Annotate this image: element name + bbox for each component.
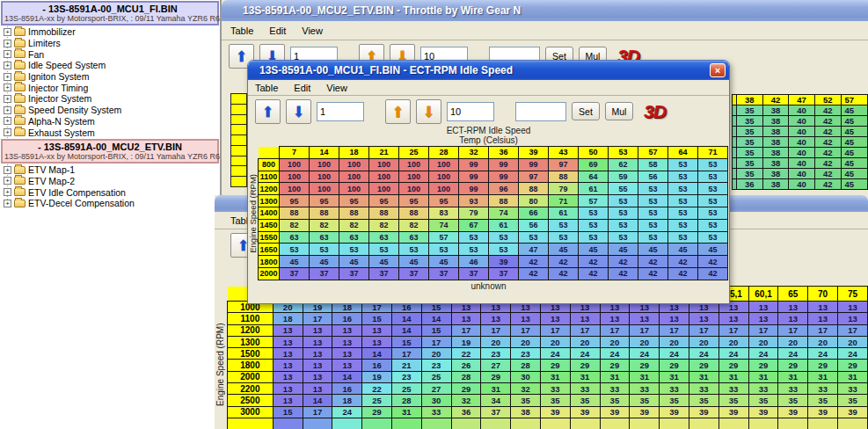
table-cell[interactable]: 13 <box>748 313 778 324</box>
table-cell[interactable]: 35 <box>540 395 570 406</box>
table-cell[interactable]: 39 <box>808 406 838 418</box>
tree-item-idle-speed-system[interactable]: +Idle Speed System <box>0 60 220 71</box>
table-cell[interactable]: 45 <box>841 179 867 190</box>
table-cell[interactable]: 42 <box>814 169 841 179</box>
table-cell[interactable]: 13 <box>778 302 808 313</box>
table-cell[interactable]: 13 <box>481 313 511 324</box>
table-cell[interactable]: 39 <box>660 406 689 418</box>
table-cell[interactable]: 17 <box>303 406 332 418</box>
col-header[interactable]: 7 <box>280 147 310 159</box>
table-cell[interactable]: 53 <box>519 231 549 244</box>
table-cell[interactable]: 37 <box>310 267 339 280</box>
table-cell[interactable]: 39 <box>778 406 808 418</box>
table-cell[interactable]: 40 <box>789 179 815 190</box>
row-header[interactable]: 1450 <box>259 219 280 231</box>
table-cell[interactable]: 31 <box>481 383 511 395</box>
table-cell[interactable]: 32 <box>451 395 481 406</box>
col-header[interactable]: 38 <box>737 95 763 105</box>
table-cell[interactable]: 38 <box>762 158 789 169</box>
table-cell[interactable]: 53 <box>549 231 579 244</box>
tree-item-exhaust-system[interactable]: +Exhaust System <box>0 127 220 138</box>
table-cell[interactable]: 88 <box>369 207 399 219</box>
table-cell[interactable]: 13 <box>273 395 303 406</box>
table-cell[interactable]: 100 <box>339 183 369 195</box>
col-header[interactable]: 18 <box>339 147 369 159</box>
menu-item-edit[interactable]: Edit <box>294 83 310 93</box>
col-header[interactable]: 64 <box>668 147 698 159</box>
table-cell[interactable]: 38 <box>762 127 789 137</box>
table-cell[interactable]: 35 <box>737 137 763 148</box>
table-cell[interactable]: 17 <box>808 324 838 336</box>
table-cell[interactable]: 37 <box>369 267 399 280</box>
table-cell[interactable]: 58 <box>638 158 668 171</box>
col-header[interactable]: 43 <box>549 147 579 159</box>
table-cell[interactable]: 45 <box>638 244 668 256</box>
table-cell[interactable]: 14 <box>362 348 392 360</box>
table-cell[interactable]: 13 <box>718 313 748 324</box>
table-cell[interactable]: 42 <box>668 256 698 268</box>
row-header[interactable]: 1800 <box>259 256 280 268</box>
table-cell[interactable]: 24 <box>630 348 660 360</box>
table-cell[interactable]: 100 <box>280 171 310 183</box>
expand-icon[interactable]: + <box>4 177 11 185</box>
table-cell[interactable]: 100 <box>280 158 310 171</box>
table-cell[interactable]: 42 <box>814 137 841 148</box>
table-cell[interactable]: 79 <box>459 207 489 219</box>
table-cell[interactable]: 13 <box>303 383 332 395</box>
table-cell[interactable]: 13 <box>273 324 303 336</box>
table-cell[interactable]: 100 <box>429 171 459 183</box>
table-cell[interactable]: 33 <box>570 383 600 395</box>
table-cell[interactable]: 37 <box>481 406 511 418</box>
table-cell[interactable]: 100 <box>399 183 429 195</box>
table-cell[interactable]: 42 <box>519 256 549 268</box>
table-cell[interactable]: 33 <box>600 383 630 395</box>
table-cell[interactable]: 31 <box>748 371 778 382</box>
table-cell[interactable]: 15 <box>421 324 451 336</box>
table-cell[interactable]: 13 <box>570 313 600 324</box>
table-cell[interactable]: 59 <box>609 171 638 183</box>
table-cell[interactable]: 45 <box>668 244 698 256</box>
table-cell[interactable]: 15 <box>391 336 421 347</box>
table-cell[interactable]: 100 <box>369 171 399 183</box>
table-cell[interactable]: 42 <box>549 267 579 280</box>
table-cell[interactable]: 29 <box>570 360 600 371</box>
table-cell[interactable]: 31 <box>718 371 748 382</box>
table-cell[interactable]: 29 <box>689 360 718 371</box>
table-cell[interactable]: 24 <box>540 348 570 360</box>
menu-item-table[interactable]: Table <box>230 25 253 36</box>
table-cell[interactable]: 13 <box>273 348 303 360</box>
table-cell[interactable]: 35 <box>737 105 763 116</box>
table-cell[interactable]: 82 <box>369 219 399 231</box>
table-cell[interactable]: 15 <box>362 313 392 324</box>
table-cell[interactable]: 45 <box>841 127 867 137</box>
menu-item-view[interactable]: View <box>326 83 347 93</box>
table-cell[interactable]: 23 <box>511 348 541 360</box>
table-cell[interactable]: 45 <box>841 148 867 158</box>
table-cell[interactable]: 40 <box>789 148 815 158</box>
table-cell[interactable]: 42 <box>698 267 728 280</box>
expand-icon[interactable]: + <box>4 84 11 91</box>
table-cell[interactable]: 33 <box>778 383 808 395</box>
col-header[interactable]: 71 <box>698 147 728 159</box>
table-cell[interactable]: 13 <box>332 348 362 360</box>
table-cell[interactable]: 61 <box>489 219 519 231</box>
table-cell[interactable]: 38 <box>762 137 789 148</box>
table-cell[interactable]: 100 <box>399 158 429 171</box>
table-cell[interactable]: 36 <box>737 179 763 190</box>
coarse-increment-button[interactable]: ⬆ <box>385 99 411 124</box>
table-cell[interactable]: 99 <box>489 171 519 183</box>
table-cell[interactable]: 39 <box>630 406 660 418</box>
table-cell[interactable]: 100 <box>310 183 339 195</box>
table-cell[interactable]: 29 <box>718 360 748 371</box>
row-header[interactable]: 1300 <box>228 336 274 347</box>
table-cell[interactable]: 39 <box>540 406 570 418</box>
col-header[interactable]: 57 <box>638 147 668 159</box>
table-cell[interactable]: 42 <box>519 267 549 280</box>
table-cell[interactable]: 37 <box>280 267 310 280</box>
table-cell[interactable]: 13 <box>332 324 362 336</box>
table-cell[interactable]: 53 <box>638 219 668 231</box>
table-cell[interactable]: 31 <box>778 371 808 382</box>
table-cell[interactable]: 42 <box>814 105 841 116</box>
table-cell[interactable]: 38 <box>762 169 789 179</box>
table-cell[interactable]: 96 <box>489 183 519 195</box>
